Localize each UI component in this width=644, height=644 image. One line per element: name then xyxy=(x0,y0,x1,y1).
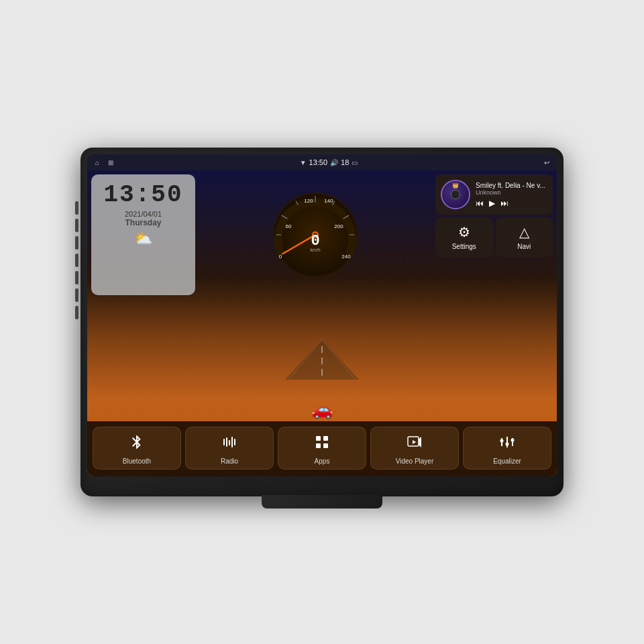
radio-button[interactable]: Radio xyxy=(185,427,274,470)
side-buttons xyxy=(75,201,78,319)
side-btn-2[interactable] xyxy=(75,219,78,232)
music-artist: Unknown xyxy=(476,189,547,196)
speedo-svg: 0 60 120 140 200 240 0 km/h xyxy=(268,188,362,282)
back-icon[interactable]: ↩ xyxy=(542,158,551,167)
right-panel: 👑 Smiley ft. Delia - Ne v... Unknown ⏮ ▶… xyxy=(435,174,553,295)
equalizer-button[interactable]: Equalizer xyxy=(463,427,551,470)
bluetooth-icon xyxy=(129,434,145,454)
svg-rect-27 xyxy=(226,437,227,447)
settings-button[interactable]: ⚙ Settings xyxy=(435,217,493,257)
album-art: 👑 xyxy=(441,180,470,209)
svg-rect-34 xyxy=(323,443,328,448)
home-icon[interactable]: ⌂ xyxy=(93,158,102,167)
status-right: ↩ xyxy=(542,158,551,167)
navigation-button[interactable]: △ Navi xyxy=(496,217,553,257)
wifi-icon: ▼ xyxy=(300,159,307,166)
weather-icon: ⛅ xyxy=(134,230,152,248)
side-btn-1[interactable] xyxy=(75,201,78,215)
bluetooth-label: Bluetooth xyxy=(123,458,151,465)
video-label: Video Player xyxy=(396,458,434,465)
music-title: Smiley ft. Delia - Ne v... xyxy=(476,182,547,189)
road-svg xyxy=(248,336,396,383)
video-player-button[interactable]: Video Player xyxy=(370,427,459,470)
svg-point-41 xyxy=(506,443,509,446)
clock-widget: 13:50 2021/04/01 Thursday ⛅ xyxy=(91,174,195,295)
settings-icon: ⚙ xyxy=(458,224,470,240)
svg-rect-29 xyxy=(231,437,233,447)
radio-icon xyxy=(221,434,237,454)
side-btn-3[interactable] xyxy=(75,236,78,250)
crown-icon: 👑 xyxy=(452,182,459,189)
svg-point-43 xyxy=(511,439,515,442)
navigation-icon: △ xyxy=(519,224,529,240)
play-button[interactable]: ▶ xyxy=(489,199,495,208)
screen: ⌂ ⊞ ▼ 13:50 🔊 18 ▭ ↩ 13:50 2021/ xyxy=(87,154,557,476)
car-icon: 🚗 xyxy=(311,399,333,420)
music-widget[interactable]: 👑 Smiley ft. Delia - Ne v... Unknown ⏮ ▶… xyxy=(435,174,553,215)
top-row: 13:50 2021/04/01 Thursday ⛅ xyxy=(87,170,557,297)
next-button[interactable]: ⏭ xyxy=(500,199,508,208)
side-btn-4[interactable] xyxy=(75,254,78,267)
svg-rect-32 xyxy=(323,436,328,441)
apps-grid-icon xyxy=(314,434,330,454)
apps-icon[interactable]: ⊞ xyxy=(106,158,115,167)
music-info: Smiley ft. Delia - Ne v... Unknown ⏮ ▶ ⏭ xyxy=(476,182,547,208)
prev-button[interactable]: ⏮ xyxy=(476,199,484,208)
road-view: 🚗 xyxy=(87,297,557,421)
video-icon xyxy=(407,434,423,454)
bluetooth-button[interactable]: Bluetooth xyxy=(93,427,181,470)
main-content: 13:50 2021/04/01 Thursday ⛅ xyxy=(87,170,557,476)
equalizer-label: Equalizer xyxy=(493,458,521,465)
svg-marker-37 xyxy=(413,440,416,444)
status-bar: ⌂ ⊞ ▼ 13:50 🔊 18 ▭ ↩ xyxy=(87,154,557,170)
svg-point-39 xyxy=(500,439,504,443)
svg-rect-30 xyxy=(234,439,235,445)
clock-date: 2021/04/01 xyxy=(125,210,162,218)
device-mount xyxy=(262,495,382,508)
music-controls: ⏮ ▶ ⏭ xyxy=(476,199,547,208)
clock-time: 13:50 xyxy=(103,181,182,209)
equalizer-icon xyxy=(499,434,515,454)
volume-icon: 🔊 xyxy=(330,159,338,166)
speedometer: 0 60 120 140 200 240 0 km/h xyxy=(268,188,362,282)
clock-day: Thursday xyxy=(125,218,161,227)
svg-text:0: 0 xyxy=(279,254,282,260)
status-time: 13:50 xyxy=(309,158,328,166)
side-btn-7[interactable] xyxy=(75,306,78,319)
apps-button[interactable]: Apps xyxy=(278,427,366,470)
status-left: ⌂ ⊞ xyxy=(93,158,115,167)
radio-label: Radio xyxy=(221,458,238,465)
svg-text:120: 120 xyxy=(304,198,313,204)
battery-icon: ▭ xyxy=(352,159,358,166)
svg-rect-28 xyxy=(229,440,230,445)
speedometer-widget: 0 60 120 140 200 240 0 km/h xyxy=(199,174,431,295)
app-buttons-row: Bluetooth Radio xyxy=(87,421,557,476)
car-head-unit: ⌂ ⊞ ▼ 13:50 🔊 18 ▭ ↩ 13:50 2021/ xyxy=(80,148,564,496)
album-disc xyxy=(451,190,460,199)
status-battery: 18 xyxy=(341,158,349,166)
svg-text:140: 140 xyxy=(324,198,333,204)
svg-text:200: 200 xyxy=(334,223,343,229)
svg-text:240: 240 xyxy=(341,254,351,260)
svg-rect-26 xyxy=(223,439,225,445)
status-center: ▼ 13:50 🔊 18 ▭ xyxy=(300,158,358,166)
navi-label: Navi xyxy=(517,243,531,250)
svg-text:60: 60 xyxy=(286,223,292,229)
quick-actions-row: ⚙ Settings △ Navi xyxy=(435,217,553,257)
svg-text:km/h: km/h xyxy=(310,248,320,252)
side-btn-5[interactable] xyxy=(75,271,78,284)
svg-rect-31 xyxy=(316,436,321,441)
side-btn-6[interactable] xyxy=(75,288,78,302)
apps-label: Apps xyxy=(315,458,330,465)
settings-label: Settings xyxy=(452,243,476,250)
svg-rect-33 xyxy=(316,443,321,448)
